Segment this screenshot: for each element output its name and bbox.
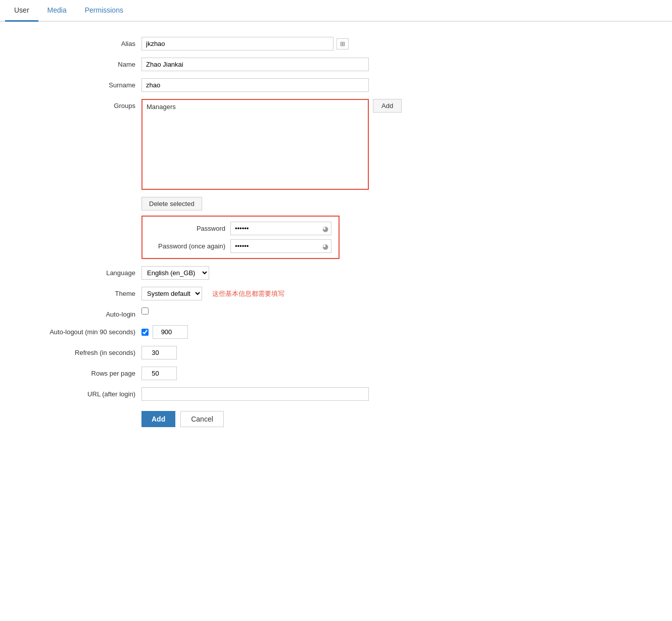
password-again-eye-icon[interactable]: ◕ bbox=[322, 242, 328, 250]
groups-label: Groups bbox=[10, 99, 141, 110]
autologout-checkbox[interactable] bbox=[141, 329, 149, 336]
alias-icon[interactable]: ⊞ bbox=[337, 38, 349, 49]
autologin-checkbox[interactable] bbox=[141, 307, 149, 315]
password-again-input[interactable] bbox=[230, 239, 331, 253]
url-row: URL (after login) bbox=[10, 387, 445, 401]
password-again-row: Password (once again) ◕ bbox=[150, 239, 331, 253]
password-section: Password ◕ Password (once again) ◕ bbox=[141, 216, 340, 259]
alias-input[interactable] bbox=[141, 37, 333, 50]
refresh-input[interactable] bbox=[141, 346, 177, 359]
add-button[interactable]: Add bbox=[141, 411, 175, 427]
delete-row: Delete selected bbox=[10, 197, 445, 211]
url-input[interactable] bbox=[141, 387, 369, 401]
language-label: Language bbox=[10, 266, 141, 277]
groups-row: Groups Managers Add bbox=[10, 99, 445, 190]
refresh-label: Refresh (in seconds) bbox=[10, 346, 141, 356]
bottom-buttons-row: Add Cancel bbox=[10, 408, 445, 427]
language-field: English (en_GB) Chinese (zh_CN) bbox=[141, 266, 445, 280]
groups-wrapper: Managers Add bbox=[141, 99, 402, 190]
bottom-buttons-spacer bbox=[10, 408, 141, 411]
groups-box-item: Managers bbox=[145, 102, 366, 112]
alias-row: Alias ⊞ bbox=[10, 37, 445, 50]
password-eye-icon[interactable]: ◕ bbox=[322, 225, 328, 233]
surname-label: Surname bbox=[10, 78, 141, 89]
name-label: Name bbox=[10, 58, 141, 68]
name-input[interactable] bbox=[141, 58, 369, 71]
rows-per-page-row: Rows per page bbox=[10, 367, 445, 380]
autologin-label: Auto-login bbox=[10, 307, 141, 318]
theme-row: Theme System default Blue Dark 这些基本信息都需要… bbox=[10, 287, 445, 300]
cancel-button[interactable]: Cancel bbox=[180, 411, 224, 427]
password-section-row: Password ◕ Password (once again) ◕ bbox=[10, 216, 445, 259]
tab-bar: User Media Permissions bbox=[0, 0, 672, 22]
autologin-row: Auto-login bbox=[10, 307, 445, 318]
theme-label: Theme bbox=[10, 287, 141, 297]
password-section-spacer bbox=[10, 216, 141, 219]
url-label: URL (after login) bbox=[10, 387, 141, 398]
url-field bbox=[141, 387, 445, 401]
tab-media[interactable]: Media bbox=[38, 0, 76, 22]
theme-field: System default Blue Dark 这些基本信息都需要填写 bbox=[141, 287, 445, 300]
rows-per-page-input[interactable] bbox=[141, 367, 177, 380]
rows-per-page-label: Rows per page bbox=[10, 367, 141, 377]
bottom-buttons: Add Cancel bbox=[141, 411, 224, 427]
autologin-field bbox=[141, 307, 445, 315]
groups-box[interactable]: Managers bbox=[141, 99, 369, 190]
annotation-text: 这些基本信息都需要填写 bbox=[212, 289, 284, 298]
delete-selected-button[interactable]: Delete selected bbox=[141, 197, 202, 211]
theme-select[interactable]: System default Blue Dark bbox=[141, 287, 202, 300]
user-form: Alias ⊞ Name Surname Groups Managers Add bbox=[0, 32, 455, 444]
autologout-label: Auto-logout (min 90 seconds) bbox=[10, 325, 141, 336]
autologout-row: Auto-logout (min 90 seconds) bbox=[10, 325, 445, 339]
groups-field: Managers Add bbox=[141, 99, 445, 190]
name-row: Name bbox=[10, 58, 445, 71]
surname-row: Surname bbox=[10, 78, 445, 92]
refresh-row: Refresh (in seconds) bbox=[10, 346, 445, 359]
autologout-input[interactable] bbox=[153, 325, 188, 339]
autologout-field bbox=[141, 325, 445, 339]
name-field bbox=[141, 58, 445, 71]
password-again-label: Password (once again) bbox=[150, 242, 230, 250]
tab-user[interactable]: User bbox=[5, 0, 38, 22]
alias-label: Alias bbox=[10, 37, 141, 47]
autologout-wrapper bbox=[141, 325, 188, 339]
password-row: Password ◕ bbox=[150, 222, 331, 235]
delete-field: Delete selected bbox=[141, 197, 445, 211]
language-select[interactable]: English (en_GB) Chinese (zh_CN) bbox=[141, 266, 209, 280]
surname-field bbox=[141, 78, 445, 92]
rows-per-page-field bbox=[141, 367, 445, 380]
tab-permissions[interactable]: Permissions bbox=[76, 0, 132, 22]
language-row: Language English (en_GB) Chinese (zh_CN) bbox=[10, 266, 445, 280]
refresh-field bbox=[141, 346, 445, 359]
password-again-input-wrapper: ◕ bbox=[230, 239, 331, 253]
password-input[interactable] bbox=[230, 222, 331, 235]
surname-input[interactable] bbox=[141, 78, 369, 92]
delete-label-spacer bbox=[10, 197, 141, 200]
password-label: Password bbox=[150, 225, 230, 232]
password-section-field: Password ◕ Password (once again) ◕ bbox=[141, 216, 445, 259]
password-input-wrapper: ◕ bbox=[230, 222, 331, 235]
bottom-buttons-field: Add Cancel bbox=[141, 408, 445, 427]
add-group-button[interactable]: Add bbox=[373, 99, 402, 113]
alias-field: ⊞ bbox=[141, 37, 445, 50]
